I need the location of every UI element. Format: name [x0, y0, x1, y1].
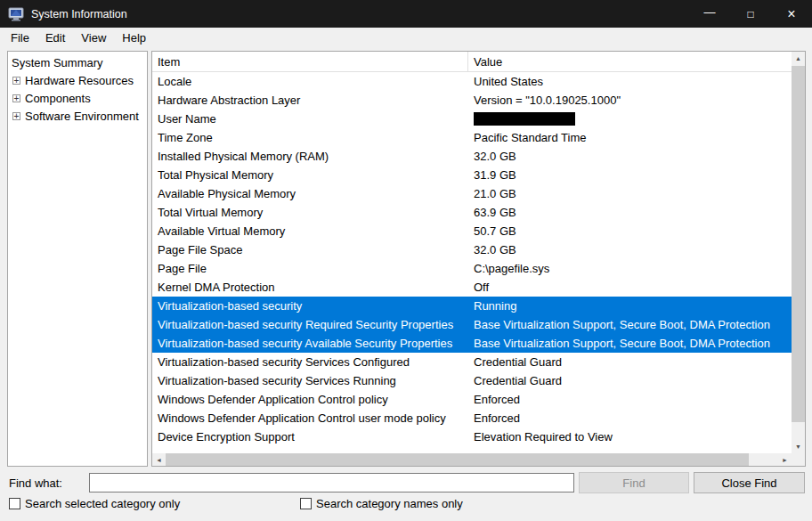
table-row[interactable]: Available Virtual Memory 50.7 GB: [152, 222, 792, 240]
tree-item-label: Components: [25, 92, 91, 105]
item-cell: Hardware Abstraction Layer: [152, 91, 468, 110]
expand-icon[interactable]: +: [12, 94, 20, 102]
tree-item-label: Software Environment: [25, 110, 139, 123]
table-row[interactable]: Time Zone Pacific Standard Time: [152, 128, 792, 147]
horizontal-scrollbar[interactable]: ◄ ►: [152, 453, 792, 466]
table-row[interactable]: Total Virtual Memory 63.9 GB: [152, 203, 792, 222]
search-selected-category-option[interactable]: Search selected category only: [9, 497, 180, 510]
item-cell: Windows Defender Application Control pol…: [152, 390, 468, 409]
item-cell: Total Physical Memory: [152, 166, 468, 184]
table-row[interactable]: Page File C:\pagefile.sys: [152, 259, 792, 278]
value-cell: 50.7 GB: [468, 222, 792, 240]
vertical-scrollbar[interactable]: ▲ ▼: [792, 52, 805, 453]
table-row[interactable]: Available Physical Memory 21.0 GB: [152, 184, 792, 203]
column-header-item[interactable]: Item: [152, 52, 468, 71]
table-row[interactable]: Device Encryption Support Elevation Requ…: [152, 427, 792, 446]
search-options-row: Search selected category only Search cat…: [0, 497, 812, 517]
value-cell: Version = "10.0.19025.1000": [468, 91, 792, 110]
value-cell: [468, 110, 792, 128]
window-controls: — □ ×: [689, 0, 812, 28]
find-what-label: Find what:: [9, 476, 62, 490]
window-title: System Information: [31, 8, 127, 20]
item-cell: Virtualization-based security: [152, 297, 468, 315]
value-cell: 31.9 GB: [468, 166, 792, 184]
table-row[interactable]: Windows Defender Application Control pol…: [152, 390, 792, 409]
value-cell: 21.0 GB: [468, 184, 792, 203]
tree-item-hardware-resources[interactable]: + Hardware Resources: [8, 71, 147, 89]
value-cell: Enforced: [468, 390, 792, 409]
maximize-button[interactable]: □: [730, 0, 771, 28]
item-cell: Page File Space: [152, 240, 468, 259]
system-information-window: System Information — □ × File Edit View …: [0, 0, 812, 521]
list-header: Item Value: [152, 52, 792, 72]
value-cell: Running: [468, 297, 792, 315]
scroll-down-icon[interactable]: ▼: [792, 440, 805, 453]
column-header-value[interactable]: Value: [468, 52, 792, 71]
tree-item-label: Hardware Resources: [25, 74, 134, 87]
item-cell: Kernel DMA Protection: [152, 278, 468, 297]
search-category-names-option[interactable]: Search category names only: [300, 497, 463, 510]
table-row[interactable]: Kernel DMA Protection Off: [152, 278, 792, 297]
horizontal-scroll-thumb[interactable]: [166, 453, 749, 466]
table-row-selected[interactable]: Virtualization-based security Required S…: [152, 315, 792, 334]
expand-icon[interactable]: +: [12, 112, 20, 120]
item-cell: Virtualization-based security Services C…: [152, 353, 468, 371]
scroll-left-icon[interactable]: ◄: [152, 453, 166, 466]
value-cell: C:\pagefile.sys: [468, 259, 792, 278]
value-cell: 32.0 GB: [468, 147, 792, 166]
table-row[interactable]: Hardware Abstraction Layer Version = "10…: [152, 91, 792, 110]
value-cell: Credential Guard: [468, 353, 792, 371]
close-find-button[interactable]: Close Find: [694, 472, 805, 493]
find-button[interactable]: Find: [579, 472, 689, 493]
minimize-button[interactable]: —: [689, 0, 730, 28]
table-row[interactable]: Total Physical Memory 31.9 GB: [152, 166, 792, 184]
find-input[interactable]: [89, 473, 574, 493]
value-cell: Enforced: [468, 409, 792, 427]
menubar: File Edit View Help: [0, 28, 812, 48]
tree-item-software-environment[interactable]: + Software Environment: [8, 107, 147, 125]
scrollbar-corner: [792, 453, 805, 466]
value-cell: Elevation Required to View: [468, 427, 792, 446]
redacted-user-name: [474, 112, 575, 126]
value-cell: 32.0 GB: [468, 240, 792, 259]
item-cell: Installed Physical Memory (RAM): [152, 147, 468, 166]
titlebar: System Information — □ ×: [0, 0, 812, 28]
search-selected-category-label: Search selected category only: [25, 497, 180, 510]
table-row-selected[interactable]: Virtualization-based security Available …: [152, 334, 792, 353]
table-row-selected[interactable]: Virtualization-based security Running: [152, 297, 792, 315]
item-cell: Device Encryption Support: [152, 427, 468, 446]
expand-icon[interactable]: +: [12, 77, 20, 85]
search-category-names-checkbox[interactable]: [300, 498, 312, 509]
table-row[interactable]: Installed Physical Memory (RAM) 32.0 GB: [152, 147, 792, 166]
menu-help[interactable]: Help: [114, 28, 154, 47]
tree-item-system-summary[interactable]: System Summary: [8, 53, 147, 71]
menu-view[interactable]: View: [73, 28, 114, 47]
item-cell: Virtualization-based security Available …: [152, 334, 468, 353]
table-row[interactable]: Locale United States: [152, 72, 792, 91]
menu-edit[interactable]: Edit: [37, 28, 73, 47]
item-cell: Virtualization-based security Required S…: [152, 315, 468, 334]
tree-item-components[interactable]: + Components: [8, 89, 147, 107]
item-cell: Total Virtual Memory: [152, 203, 468, 222]
value-cell: Credential Guard: [468, 371, 792, 390]
table-row[interactable]: Windows Defender Application Control use…: [152, 409, 792, 427]
table-row[interactable]: User Name: [152, 110, 792, 128]
item-cell: Locale: [152, 72, 468, 91]
item-cell: Available Virtual Memory: [152, 222, 468, 240]
table-row[interactable]: Virtualization-based security Services C…: [152, 353, 792, 371]
scroll-up-icon[interactable]: ▲: [792, 52, 805, 65]
detail-list: Item Value Locale United States Hardware…: [151, 51, 806, 467]
menu-file[interactable]: File: [3, 28, 37, 47]
table-row[interactable]: Virtualization-based security Services R…: [152, 371, 792, 390]
category-tree: System Summary + Hardware Resources + Co…: [7, 51, 148, 467]
close-button[interactable]: ×: [771, 0, 812, 28]
item-cell: Time Zone: [152, 128, 468, 147]
value-cell: United States: [468, 72, 792, 91]
table-row[interactable]: Page File Space 32.0 GB: [152, 240, 792, 259]
value-cell: 63.9 GB: [468, 203, 792, 222]
vertical-scroll-thumb[interactable]: [792, 66, 805, 422]
list-rows: Locale United States Hardware Abstractio…: [152, 72, 792, 446]
scroll-right-icon[interactable]: ►: [778, 453, 792, 466]
search-selected-category-checkbox[interactable]: [9, 498, 20, 509]
item-cell: Windows Defender Application Control use…: [152, 409, 468, 427]
